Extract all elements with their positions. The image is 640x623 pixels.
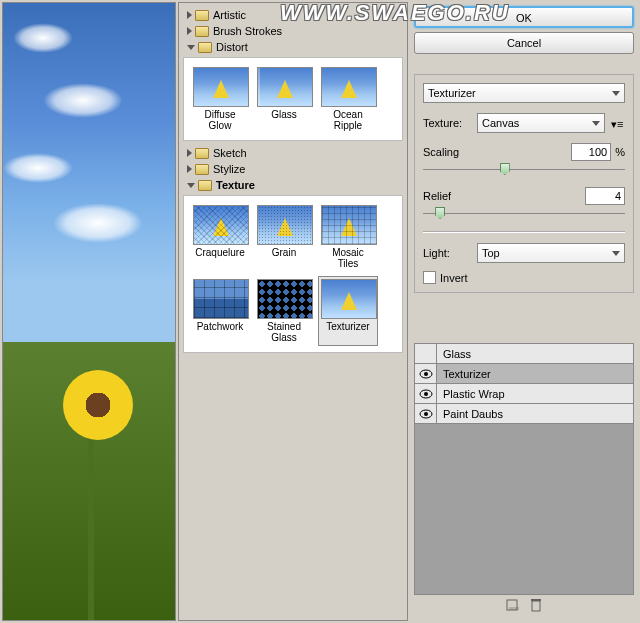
category-brush-strokes[interactable]: Brush Strokes [183, 23, 403, 39]
svg-point-5 [424, 412, 428, 416]
svg-rect-7 [509, 607, 519, 610]
relief-slider[interactable] [423, 207, 625, 221]
filter-texturizer[interactable]: Texturizer [318, 276, 378, 346]
trash-icon[interactable] [530, 598, 542, 614]
scaling-input[interactable]: 100 [571, 143, 611, 161]
texture-items: Craquelure Grain Mosaic Tiles Patchwork … [183, 195, 403, 353]
eye-icon [419, 389, 433, 399]
folder-icon [198, 42, 212, 53]
chevron-down-icon [612, 91, 620, 96]
folder-icon [195, 26, 209, 37]
relief-label: Relief [423, 190, 471, 202]
filter-glass[interactable]: Glass [254, 64, 314, 134]
visibility-toggle[interactable] [415, 364, 437, 383]
stack-item-plastic-wrap[interactable]: Plastic Wrap [415, 384, 633, 404]
category-texture[interactable]: Texture [183, 177, 403, 193]
svg-rect-9 [531, 599, 541, 601]
texture-options-icon[interactable]: ▾≡ [611, 118, 625, 128]
filter-stained-glass[interactable]: Stained Glass [254, 276, 314, 346]
eye-icon [419, 409, 433, 419]
stack-item-paint-daubs[interactable]: Paint Daubs [415, 404, 633, 424]
right-panel: OK Cancel Texturizer Texture: Canvas ▾≡ … [408, 0, 640, 623]
filter-categories: Artistic Brush Strokes Distort Diffuse G… [178, 2, 408, 621]
stack-item-texturizer[interactable]: Texturizer [415, 364, 633, 384]
percent-label: % [615, 146, 625, 158]
visibility-toggle[interactable] [415, 384, 437, 403]
texture-label: Texture: [423, 117, 471, 129]
svg-point-3 [424, 392, 428, 396]
distort-items: Diffuse Glow Glass Ocean Ripple [183, 57, 403, 141]
filter-ocean-ripple[interactable]: Ocean Ripple [318, 64, 378, 134]
filter-patchwork[interactable]: Patchwork [190, 276, 250, 346]
relief-input[interactable]: 4 [585, 187, 625, 205]
category-artistic[interactable]: Artistic [183, 7, 403, 23]
new-effect-layer-icon[interactable] [506, 599, 520, 613]
scaling-slider[interactable] [423, 163, 625, 177]
filter-params-panel: Texturizer Texture: Canvas ▾≡ Scaling 10… [414, 74, 634, 293]
chevron-down-icon [592, 121, 600, 126]
stack-item-glass[interactable]: Glass [415, 344, 633, 364]
category-stylize[interactable]: Stylize [183, 161, 403, 177]
eye-icon [419, 369, 433, 379]
folder-icon [195, 148, 209, 159]
invert-checkbox[interactable]: Invert [423, 271, 625, 284]
cancel-button[interactable]: Cancel [414, 32, 634, 54]
chevron-down-icon [612, 251, 620, 256]
folder-icon [195, 164, 209, 175]
effects-stack: Glass Texturizer Plastic Wrap Paint Daub… [414, 343, 634, 617]
light-select[interactable]: Top [477, 243, 625, 263]
visibility-toggle[interactable] [415, 404, 437, 423]
filter-grain[interactable]: Grain [254, 202, 314, 272]
filter-preview [2, 2, 176, 621]
svg-point-1 [424, 372, 428, 376]
category-sketch[interactable]: Sketch [183, 145, 403, 161]
filter-diffuse-glow[interactable]: Diffuse Glow [190, 64, 250, 134]
texture-select[interactable]: Canvas [477, 113, 605, 133]
folder-icon [195, 10, 209, 21]
visibility-toggle[interactable] [415, 344, 437, 363]
filter-select[interactable]: Texturizer [423, 83, 625, 103]
svg-rect-8 [532, 601, 540, 611]
filter-mosaic-tiles[interactable]: Mosaic Tiles [318, 202, 378, 272]
category-distort[interactable]: Distort [183, 39, 403, 55]
light-label: Light: [423, 247, 471, 259]
folder-icon [198, 180, 212, 191]
filter-craquelure[interactable]: Craquelure [190, 202, 250, 272]
scaling-label: Scaling [423, 146, 471, 158]
ok-button[interactable]: OK [414, 6, 634, 28]
